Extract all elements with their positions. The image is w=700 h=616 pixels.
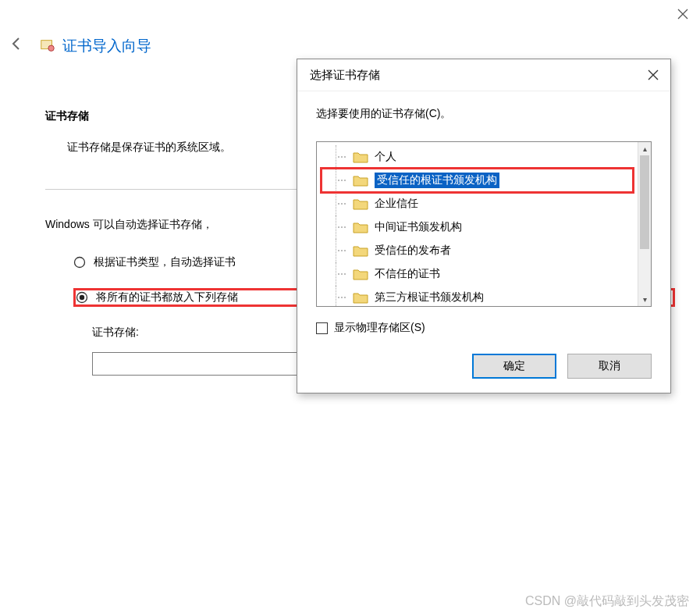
ok-label: 确定 bbox=[503, 359, 525, 373]
cancel-label: 取消 bbox=[599, 359, 620, 373]
wizard-header: 证书导入向导 bbox=[0, 35, 151, 57]
radio-place-label: 将所有的证书都放入下列存储 bbox=[96, 290, 238, 304]
tree-item-third-party-root-ca[interactable]: ⋯ 第三方根证书颁发机构 bbox=[317, 286, 638, 307]
tree-connector-icon: ⋯ bbox=[336, 239, 346, 262]
cancel-button[interactable]: 取消 bbox=[567, 354, 652, 379]
tree-item-trusted-root-ca[interactable]: ⋯ 受信任的根证书颁发机构 bbox=[322, 169, 633, 192]
dialog-titlebar: 选择证书存储 bbox=[297, 59, 670, 91]
scroll-up-icon[interactable]: ▴ bbox=[638, 142, 651, 155]
tree-label: 企业信任 bbox=[375, 197, 418, 211]
tree-connector-icon: ⋯ bbox=[336, 215, 346, 239]
tree-connector-icon: ⋯ bbox=[336, 262, 346, 286]
tree-label: 受信任的根证书颁发机构 bbox=[375, 173, 499, 188]
watermark: CSDN @敲代码敲到头发茂密 bbox=[525, 593, 689, 610]
scroll-down-icon[interactable]: ▾ bbox=[638, 293, 651, 306]
radio-auto-label: 根据证书类型，自动选择证书 bbox=[94, 255, 236, 269]
select-store-dialog: 选择证书存储 选择要使用的证书存储(C)。 ⋯ 个人 ⋯ 受信任的根证书颁发机构… bbox=[297, 59, 671, 393]
tree-label: 第三方根证书颁发机构 bbox=[375, 290, 484, 304]
folder-icon bbox=[353, 291, 368, 304]
tree-label: 不信任的证书 bbox=[375, 267, 440, 281]
wizard-title: 证书导入向导 bbox=[39, 36, 151, 56]
scrollbar[interactable]: ▴ ▾ bbox=[638, 142, 651, 306]
dialog-body: 选择要使用的证书存储(C)。 ⋯ 个人 ⋯ 受信任的根证书颁发机构 ⋯ 企业信任 bbox=[297, 91, 670, 393]
tree-item-trusted-publishers[interactable]: ⋯ 受信任的发布者 bbox=[317, 239, 638, 262]
tree-item-personal[interactable]: ⋯ 个人 bbox=[317, 145, 638, 169]
radio-unchecked-icon bbox=[73, 256, 86, 269]
dialog-close-icon[interactable] bbox=[645, 67, 661, 83]
folder-icon bbox=[353, 198, 368, 210]
radio-checked-icon bbox=[76, 291, 88, 304]
checkbox-unchecked-icon bbox=[316, 322, 328, 334]
folder-icon bbox=[353, 221, 368, 233]
show-physical-label: 显示物理存储区(S) bbox=[334, 321, 425, 335]
tree-connector-icon: ⋯ bbox=[336, 286, 346, 307]
tree-connector-icon: ⋯ bbox=[336, 169, 346, 192]
tree-item-untrusted-certs[interactable]: ⋯ 不信任的证书 bbox=[317, 262, 638, 286]
tree-connector-icon: ⋯ bbox=[336, 145, 346, 169]
dialog-title: 选择证书存储 bbox=[310, 68, 380, 83]
tree-label: 中间证书颁发机构 bbox=[375, 220, 462, 234]
tree-label: 受信任的发布者 bbox=[375, 244, 451, 258]
svg-point-1 bbox=[48, 45, 54, 51]
tree-connector-icon: ⋯ bbox=[336, 192, 346, 215]
svg-point-2 bbox=[75, 258, 85, 268]
dialog-desc: 选择要使用的证书存储(C)。 bbox=[316, 107, 652, 121]
tree-label: 个人 bbox=[375, 150, 396, 164]
folder-icon bbox=[353, 151, 368, 163]
certificate-icon bbox=[39, 37, 56, 55]
store-tree: ⋯ 个人 ⋯ 受信任的根证书颁发机构 ⋯ 企业信任 ⋯ 中间证书 bbox=[316, 141, 652, 307]
dialog-buttons: 确定 取消 bbox=[316, 354, 652, 379]
tree-item-enterprise-trust[interactable]: ⋯ 企业信任 bbox=[317, 192, 638, 215]
folder-icon bbox=[353, 268, 368, 280]
folder-icon bbox=[353, 244, 368, 257]
show-physical-checkbox[interactable]: 显示物理存储区(S) bbox=[316, 321, 652, 335]
back-arrow-icon[interactable] bbox=[8, 35, 25, 57]
tree-item-intermediate-ca[interactable]: ⋯ 中间证书颁发机构 bbox=[317, 215, 638, 239]
tree-content: ⋯ 个人 ⋯ 受信任的根证书颁发机构 ⋯ 企业信任 ⋯ 中间证书 bbox=[317, 142, 638, 306]
svg-point-4 bbox=[80, 295, 84, 300]
wizard-title-text: 证书导入向导 bbox=[62, 36, 151, 56]
scroll-thumb[interactable] bbox=[640, 155, 649, 249]
ok-button[interactable]: 确定 bbox=[472, 354, 556, 379]
folder-icon bbox=[353, 174, 368, 187]
close-icon[interactable] bbox=[675, 6, 691, 22]
